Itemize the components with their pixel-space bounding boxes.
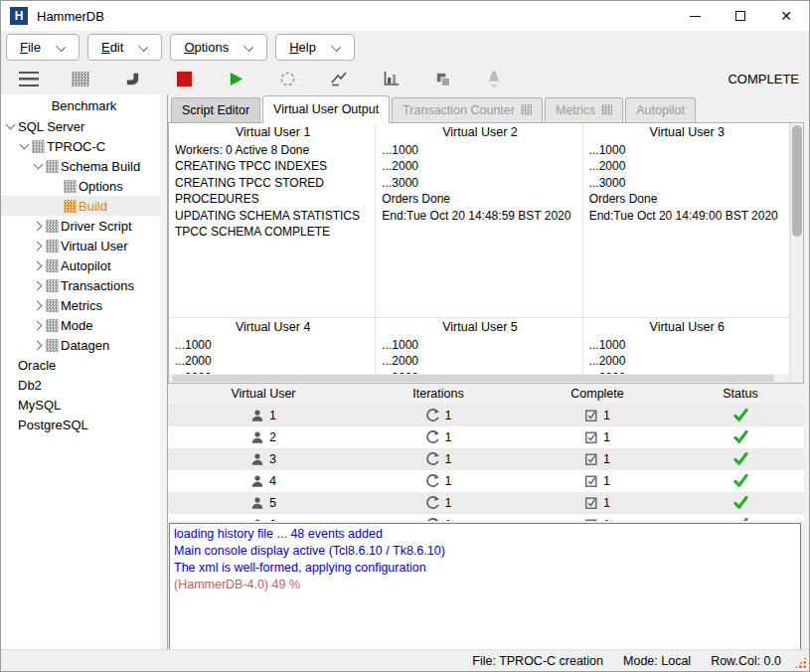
sidebar-header: Benchmark bbox=[1, 94, 167, 116]
tree-chevron-icon[interactable] bbox=[33, 160, 46, 173]
table-row[interactable]: 6 1 1 bbox=[168, 514, 804, 521]
script-icon bbox=[124, 71, 141, 87]
mode-icon bbox=[434, 71, 451, 87]
destroy-button[interactable] bbox=[276, 69, 298, 88]
complete-checkbox-icon bbox=[584, 409, 598, 422]
transactions-button[interactable] bbox=[328, 69, 350, 88]
tree-item-icon bbox=[64, 180, 77, 193]
tree-chevron-icon[interactable] bbox=[51, 180, 64, 193]
status-bar-item: File: TPROC-C creation bbox=[472, 654, 603, 668]
virtual-user-cell: Virtual User 1 Workers: 0 Active 8 Done … bbox=[169, 123, 376, 318]
tree-item[interactable]: MySQL bbox=[1, 395, 167, 415]
console-line: Main console display active (Tcl8.6.10 /… bbox=[174, 543, 796, 560]
datagen-button[interactable] bbox=[483, 69, 505, 88]
tree-item[interactable]: Metrics bbox=[1, 295, 167, 315]
console-line: loading history file ... 48 events added bbox=[174, 526, 796, 543]
tree-chevron-icon[interactable] bbox=[5, 419, 18, 431]
run-icon bbox=[228, 71, 244, 87]
chevron-down-icon bbox=[57, 43, 66, 52]
scrollbar-thumb[interactable] bbox=[172, 375, 774, 382]
tree-item[interactable]: PostgreSQL bbox=[1, 415, 167, 434]
tree-item[interactable]: Driver Script bbox=[1, 216, 167, 236]
virtual-user-title: Virtual User 5 bbox=[380, 320, 579, 334]
tree-item[interactable]: Mode bbox=[1, 315, 167, 335]
menu-button[interactable]: File bbox=[6, 34, 80, 61]
table-row[interactable]: 5 1 1 bbox=[168, 492, 804, 514]
tree-chevron-icon[interactable] bbox=[33, 319, 46, 332]
tree-item[interactable]: Autopilot bbox=[1, 255, 167, 275]
scrollbar-thumb[interactable] bbox=[792, 125, 802, 237]
transactions-icon bbox=[330, 71, 348, 86]
table-row[interactable]: 3 1 1 bbox=[168, 448, 804, 470]
tree-item[interactable]: Datagen bbox=[1, 335, 167, 355]
tab[interactable]: Transaction Counter bbox=[392, 97, 543, 122]
horizontal-scrollbar[interactable] bbox=[169, 374, 790, 383]
stop-button[interactable] bbox=[173, 69, 195, 88]
tree-chevron-icon[interactable] bbox=[33, 279, 46, 292]
iterations-icon bbox=[425, 451, 440, 466]
tree-chevron-icon[interactable] bbox=[5, 359, 18, 372]
tab-mini-icon bbox=[601, 104, 612, 115]
tree-chevron-icon[interactable] bbox=[5, 399, 18, 412]
tab[interactable]: Autopilot bbox=[625, 97, 696, 122]
stop-icon bbox=[177, 72, 192, 86]
tree-item[interactable]: Schema Build bbox=[1, 156, 167, 176]
tree-chevron-icon[interactable] bbox=[33, 339, 46, 352]
minimize-button[interactable] bbox=[672, 1, 718, 31]
content-area: Script Editor Virtual User Output Transa… bbox=[168, 94, 809, 651]
tree-chevron-icon[interactable] bbox=[51, 200, 64, 213]
status-bar-item: Row.Col: 0.0 bbox=[711, 654, 781, 668]
tree-item[interactable]: Build bbox=[1, 196, 167, 216]
tab[interactable]: Metrics bbox=[545, 97, 623, 122]
vertical-scrollbar[interactable] bbox=[790, 123, 803, 383]
complete-checkbox-icon bbox=[584, 452, 598, 466]
menu-button[interactable]: Edit bbox=[87, 34, 162, 61]
status-check-icon bbox=[733, 430, 748, 443]
table-row[interactable]: 1 1 1 bbox=[168, 405, 804, 426]
console-log[interactable]: loading history file ... 48 events added… bbox=[169, 523, 801, 651]
tree-item[interactable]: Db2 bbox=[1, 375, 167, 395]
tree-item[interactable]: Virtual User bbox=[1, 236, 167, 255]
tab[interactable]: Script Editor bbox=[171, 97, 260, 122]
tree-chevron-icon[interactable] bbox=[33, 240, 46, 252]
menu-button[interactable]: Options bbox=[170, 34, 267, 61]
complete-checkbox-icon bbox=[584, 518, 598, 521]
user-icon bbox=[250, 474, 264, 488]
table-row[interactable]: 4 1 1 bbox=[168, 470, 804, 492]
tree-item[interactable]: TPROC-C bbox=[1, 136, 167, 156]
mode-button[interactable] bbox=[431, 69, 453, 88]
menu-button[interactable]: Help bbox=[275, 34, 355, 61]
tree-chevron-icon[interactable] bbox=[19, 140, 32, 153]
hammerdb-logo-icon: H bbox=[10, 7, 28, 25]
tree-chevron-icon[interactable] bbox=[33, 259, 46, 272]
run-button[interactable] bbox=[225, 69, 246, 88]
tree-item[interactable]: SQL Server bbox=[1, 116, 167, 136]
tree-item[interactable]: Transactions bbox=[1, 275, 167, 295]
table-row[interactable]: 2 1 1 bbox=[168, 426, 804, 448]
tree-chevron-icon[interactable] bbox=[33, 220, 46, 233]
console-line: The xml is well-formed, applying configu… bbox=[174, 560, 796, 577]
build-schema-icon bbox=[72, 72, 89, 86]
tree-item[interactable]: Oracle bbox=[1, 355, 167, 375]
tree-chevron-icon[interactable] bbox=[33, 299, 46, 312]
user-icon bbox=[250, 430, 264, 444]
tree-item-icon bbox=[46, 339, 59, 352]
virtual-user-log: Workers: 0 Active 8 Done CREATING TPCC I… bbox=[173, 142, 373, 241]
iterations-icon bbox=[425, 473, 440, 488]
menu-toggle-button[interactable] bbox=[18, 69, 40, 88]
sidebar-scrollbar[interactable] bbox=[160, 94, 167, 651]
tree-chevron-icon[interactable] bbox=[5, 120, 18, 133]
tab[interactable]: Virtual User Output bbox=[262, 95, 390, 123]
load-script-button[interactable] bbox=[121, 69, 143, 88]
maximize-button[interactable] bbox=[718, 1, 763, 31]
build-schema-button[interactable] bbox=[70, 69, 91, 88]
tree-chevron-icon[interactable] bbox=[5, 379, 18, 392]
close-button[interactable]: ✕ bbox=[763, 1, 809, 31]
iterations-icon bbox=[425, 495, 440, 510]
datagen-icon bbox=[485, 70, 503, 87]
tree-item[interactable]: Options bbox=[1, 176, 167, 196]
virtual-user-title: Virtual User 2 bbox=[380, 125, 579, 139]
main-area: Benchmark SQL Server TPROC-C bbox=[1, 94, 809, 651]
metrics-button[interactable] bbox=[380, 69, 402, 88]
tree-item-icon bbox=[46, 220, 59, 233]
